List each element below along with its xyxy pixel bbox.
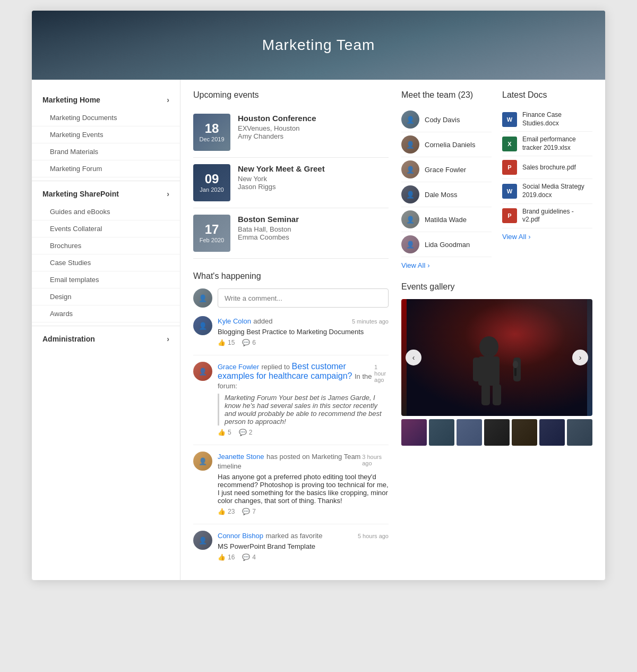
gallery-thumb-2[interactable] <box>457 419 482 446</box>
sidebar-item-awards[interactable]: Awards <box>32 305 180 322</box>
docs-section: Latest Docs W Finance Case Studies.docx … <box>502 90 592 269</box>
sidebar-section-administration[interactable]: Administration › <box>32 329 180 348</box>
doc-name-0[interactable]: Finance Case Studies.docx <box>522 111 592 127</box>
activity-quote-grace: Marketing Forum Your best bet is James G… <box>218 394 389 426</box>
like-button-connor[interactable]: 👍 16 <box>218 554 235 561</box>
doc-name-2[interactable]: Sales brochure.pdf <box>522 164 576 172</box>
like-button-grace[interactable]: 👍 5 <box>218 429 231 436</box>
sidebar-item-email-templates[interactable]: Email templates <box>32 271 180 288</box>
sidebar-item-brand-materials[interactable]: Brand Materials <box>32 143 180 160</box>
member-name-2[interactable]: Grace Fowler <box>425 166 466 174</box>
activity-action-grace: replied to <box>261 363 291 371</box>
sidebar-item-case-studies[interactable]: Case Studies <box>32 254 180 271</box>
sidebar-item-marketing-events[interactable]: Marketing Events <box>32 126 180 143</box>
comment-button-connor[interactable]: 💬 4 <box>242 554 256 561</box>
activity-user-grace[interactable]: Grace Fowler <box>218 363 259 371</box>
gallery-thumb-1[interactable] <box>429 419 454 446</box>
activity-action-kyle: added <box>253 317 272 325</box>
sidebar-item-brochures[interactable]: Brochures <box>32 237 180 254</box>
activity-text-connor: MS PowerPoint Brand Template <box>218 542 389 550</box>
doc-name-1[interactable]: Email performance tracker 2019.xlsx <box>522 135 592 152</box>
comment-button-kyle[interactable]: 💬 6 <box>242 339 256 346</box>
avatar-dale: 👤 <box>401 185 419 203</box>
doc-icon-word-0: W <box>502 112 517 127</box>
gallery-thumb-6[interactable] <box>567 419 592 446</box>
activity-time-kyle: 5 minutes ago <box>352 318 389 325</box>
svg-rect-3 <box>478 356 500 386</box>
upcoming-events-title: Upcoming events <box>193 90 389 100</box>
gallery-thumb-0[interactable] <box>401 419 427 446</box>
like-button-kyle[interactable]: 👍 15 <box>218 339 235 346</box>
comment-button-jeanette[interactable]: 💬 7 <box>242 508 256 515</box>
gallery-thumb-3[interactable] <box>484 419 510 446</box>
member-name-4[interactable]: Matilda Wade <box>425 216 467 224</box>
sidebar-item-design[interactable]: Design <box>32 288 180 305</box>
doc-name-3[interactable]: Social Media Strategy 2019.docx <box>522 183 592 199</box>
member-name-1[interactable]: Cornelia Daniels <box>425 141 475 149</box>
gallery-thumb-5[interactable] <box>539 419 565 446</box>
sidebar-item-marketing-forum[interactable]: Marketing Forum <box>32 160 180 177</box>
activity-grace: 👤 Grace Fowler replied to Best customer … <box>193 362 389 436</box>
activity-body-connor: Connor Bishop marked as favorite 5 hours… <box>218 531 389 561</box>
team-member-1: 👤 Cornelia Daniels <box>401 132 492 157</box>
avatar-matilda: 👤 <box>401 210 419 228</box>
activity-time-jeanette: 3 hours ago <box>362 454 389 466</box>
member-name-0[interactable]: Cody Davis <box>425 116 460 124</box>
doc-item-3: W Social Media Strategy 2019.docx <box>502 179 592 203</box>
doc-icon-word-3: W <box>502 184 517 199</box>
whats-happening-title: What's happening <box>193 271 389 281</box>
event-details-boston: Boston Seminar Bata Hall, Boston Emma Co… <box>238 215 389 241</box>
header-banner: Marketing Team <box>32 11 605 80</box>
sidebar-item-events-collateral[interactable]: Events Collateral <box>32 220 180 237</box>
team-view-all[interactable]: View All › <box>401 261 492 269</box>
activity-user-jeanette[interactable]: Jeanette Stone <box>218 453 264 461</box>
page-title: Marketing Team <box>262 37 375 54</box>
activity-user-kyle[interactable]: Kyle Colon <box>218 317 251 325</box>
avatar-cody: 👤 <box>401 110 419 129</box>
sidebar-section-marketing-home[interactable]: Marketing Home › <box>32 90 180 109</box>
activity-actions-kyle: 👍 15 💬 6 <box>218 339 389 346</box>
chevron-right-icon: › <box>167 96 169 104</box>
docs-view-all[interactable]: View All › <box>502 233 592 241</box>
doc-item-1: X Email performance tracker 2019.xlsx <box>502 132 592 156</box>
sidebar-item-marketing-documents[interactable]: Marketing Documents <box>32 109 180 126</box>
team-member-2: 👤 Grace Fowler <box>401 157 492 182</box>
activity-user-connor[interactable]: Connor Bishop <box>218 532 263 540</box>
gallery-svg <box>407 299 587 416</box>
comment-button-grace[interactable]: 💬 2 <box>239 429 253 436</box>
right-column: Meet the team (23) 👤 Cody Davis 👤 Cornel… <box>401 90 592 569</box>
activity-text-kyle: Blogging Best Practice to Marketing Docu… <box>218 328 389 336</box>
avatar-grace: 👤 <box>193 362 212 381</box>
team-member-3: 👤 Dale Moss <box>401 182 492 207</box>
member-name-3[interactable]: Dale Moss <box>425 191 457 199</box>
svg-rect-6 <box>481 384 490 405</box>
member-name-5[interactable]: Lida Goodman <box>425 241 470 249</box>
doc-item-2: P Sales brochure.pdf <box>502 156 592 179</box>
doc-name-4[interactable]: Brand guidelines - v2.pdf <box>522 208 592 224</box>
doc-icon-pdf-4: P <box>502 208 517 223</box>
like-button-jeanette[interactable]: 👍 23 <box>218 508 235 515</box>
sidebar-item-guides[interactable]: Guides and eBooks <box>32 203 180 220</box>
activity-header-kyle: Kyle Colon added 5 minutes ago <box>218 316 389 326</box>
gallery-next-button[interactable]: › <box>572 350 588 365</box>
activity-body-kyle: Kyle Colon added 5 minutes ago Blogging … <box>218 316 389 346</box>
comment-input[interactable] <box>218 288 389 308</box>
right-col-top: Meet the team (23) 👤 Cody Davis 👤 Cornel… <box>401 90 592 269</box>
activity-body-grace: Grace Fowler replied to Best customer ex… <box>218 362 389 436</box>
gallery-prev-button[interactable]: ‹ <box>406 350 421 365</box>
activity-connor: 👤 Connor Bishop marked as favorite 5 hou… <box>193 531 389 561</box>
gallery-thumb-4[interactable] <box>512 419 537 446</box>
divider-jeanette <box>193 524 389 524</box>
team-member-5: 👤 Lida Goodman <box>401 232 492 257</box>
activity-text-jeanette: Has anyone got a preferred photo editing… <box>218 473 389 505</box>
activity-actions-jeanette: 👍 23 💬 7 <box>218 508 389 515</box>
team-member-0: 👤 Cody Davis <box>401 107 492 132</box>
activity-actions-connor: 👍 16 💬 4 <box>218 554 389 561</box>
docs-section-title: Latest Docs <box>502 90 592 100</box>
avatar-lida: 👤 <box>401 235 419 253</box>
avatar-jeanette: 👤 <box>193 452 212 471</box>
sidebar-section-marketing-sharepoint[interactable]: Marketing SharePoint › <box>32 184 180 203</box>
avatar-kyle: 👤 <box>193 316 212 335</box>
event-item-boston: 17 Feb 2020 Boston Seminar Bata Hall, Bo… <box>193 208 389 259</box>
event-date-boston: 17 Feb 2020 <box>193 215 230 252</box>
